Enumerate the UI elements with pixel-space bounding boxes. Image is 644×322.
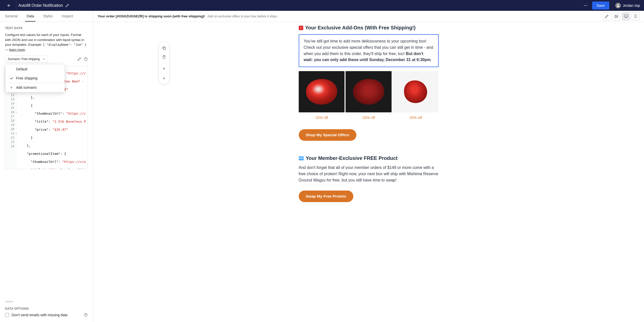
product-1[interactable]: 15% off bbox=[299, 71, 345, 120]
pencil-icon bbox=[77, 57, 81, 61]
selected-text-block[interactable]: You've still got time to add more delici… bbox=[299, 34, 439, 67]
dots-horizontal-icon bbox=[583, 3, 588, 8]
scenario-selector[interactable]: Scenario: Free shipping Default bbox=[5, 56, 48, 63]
pencil-icon bbox=[605, 14, 609, 18]
block-toolbar bbox=[159, 41, 170, 84]
back-button[interactable] bbox=[4, 1, 14, 11]
topbar: Autofill Order Notification Save Jordan … bbox=[0, 0, 644, 11]
user-name: Jordan Isip bbox=[623, 4, 640, 8]
discount-label: 15% off bbox=[346, 115, 392, 120]
avatar bbox=[615, 3, 621, 8]
edit-title-button[interactable] bbox=[65, 4, 69, 7]
sidebar: General Data Styles Inspect TEST DATA Co… bbox=[0, 11, 93, 322]
duplicate-block-button[interactable] bbox=[160, 44, 169, 52]
discount-label: 15% off bbox=[393, 115, 439, 120]
swap-protein-button[interactable]: Swap My Free Protein bbox=[299, 191, 353, 202]
topbar-divider bbox=[16, 0, 16, 11]
user-icon bbox=[616, 4, 620, 7]
email-body: ! Your Exclusive Add-Ons (With Free Ship… bbox=[299, 22, 439, 322]
pencil-icon bbox=[65, 4, 69, 7]
tab-styles[interactable]: Styles bbox=[42, 11, 54, 22]
chevron-down-icon bbox=[42, 58, 45, 61]
trash-icon bbox=[162, 55, 166, 59]
learn-more-link[interactable]: learn more bbox=[9, 48, 25, 52]
svg-rect-10 bbox=[163, 47, 166, 50]
scenario-help-button[interactable] bbox=[84, 57, 88, 61]
preview-area: Your order [#OSGZUGSEZR] is shipping soo… bbox=[93, 11, 644, 322]
free-product-body: And don't forget that all of your member… bbox=[299, 165, 439, 183]
move-up-button[interactable] bbox=[160, 65, 169, 73]
scenario-dropdown: Default Free shipping bbox=[5, 64, 65, 92]
arrow-left-icon bbox=[7, 3, 11, 8]
rotating-light-icon: ! bbox=[299, 26, 303, 30]
shop-offers-button[interactable]: Shop My Special Offers bbox=[299, 129, 356, 141]
data-options-heading: DATA OPTIONS bbox=[5, 307, 88, 310]
product-image bbox=[299, 71, 345, 112]
svg-point-3 bbox=[617, 4, 619, 6]
dont-send-label: Don't send emails with missing data bbox=[12, 313, 81, 317]
tab-data[interactable]: Data bbox=[25, 11, 36, 22]
tab-inspect[interactable]: Inspect bbox=[60, 11, 75, 22]
arrow-down-icon bbox=[162, 76, 166, 80]
test-data-description: Configure test values for each of your i… bbox=[5, 32, 88, 52]
svg-point-1 bbox=[585, 5, 586, 6]
dont-send-help[interactable] bbox=[84, 313, 88, 317]
scenario-selected-label: Scenario: Free shipping bbox=[8, 57, 40, 61]
sidebar-tabs: General Data Styles Inspect bbox=[0, 11, 93, 22]
product-image bbox=[393, 71, 439, 112]
save-button[interactable]: Save bbox=[592, 2, 609, 10]
product-2[interactable]: 15% off bbox=[346, 71, 392, 120]
help-icon bbox=[84, 57, 88, 61]
desktop-icon bbox=[624, 14, 628, 18]
free-badge-icon: FREE bbox=[299, 156, 304, 160]
copy-icon bbox=[162, 46, 166, 50]
preview-canvas[interactable]: ! Your Exclusive Add-Ons (With Free Ship… bbox=[93, 22, 644, 322]
mobile-icon bbox=[634, 14, 637, 18]
preview-preheader: Add on exclusive offers to your box befo… bbox=[208, 15, 278, 18]
scenario-option-default[interactable]: Default bbox=[6, 65, 64, 74]
products-row: 15% off 15% off 15% off bbox=[299, 71, 439, 120]
more-actions-button[interactable] bbox=[582, 2, 590, 10]
preview-header: Your order [#OSGZUGSEZR] is shipping soo… bbox=[93, 11, 644, 22]
free-product-heading: FREE Your Member-Exclusive FREE Product bbox=[299, 155, 439, 161]
dont-send-checkbox[interactable] bbox=[5, 313, 9, 317]
check-icon bbox=[10, 76, 13, 80]
product-image bbox=[346, 71, 392, 112]
image-icon bbox=[614, 14, 618, 18]
horizontal-scrollbar[interactable] bbox=[5, 301, 13, 302]
preview-subject: Your order [#OSGZUGSEZR] is shipping soo… bbox=[98, 14, 205, 18]
addons-heading: ! Your Exclusive Add-Ons (With Free Ship… bbox=[299, 25, 439, 31]
addons-body-text: You've still got time to add more delici… bbox=[304, 38, 434, 63]
preview-image-button[interactable] bbox=[612, 12, 620, 20]
page-title: Autofill Order Notification bbox=[18, 3, 63, 8]
edit-content-button[interactable] bbox=[603, 12, 611, 20]
edit-scenario-button[interactable] bbox=[77, 57, 81, 61]
delete-block-button[interactable] bbox=[160, 53, 169, 61]
user-menu[interactable]: Jordan Isip bbox=[615, 3, 640, 8]
help-icon bbox=[84, 313, 88, 317]
svg-point-7 bbox=[616, 16, 616, 16]
svg-point-2 bbox=[586, 5, 587, 6]
scenario-option-free-shipping[interactable]: Free shipping bbox=[6, 74, 64, 83]
arrow-up-icon bbox=[162, 67, 166, 71]
test-data-heading: TEST DATA bbox=[5, 26, 88, 30]
product-3[interactable]: 15% off bbox=[393, 71, 439, 120]
svg-rect-8 bbox=[624, 15, 628, 17]
move-down-button[interactable] bbox=[160, 74, 169, 82]
desktop-preview-button[interactable] bbox=[622, 12, 630, 20]
mobile-preview-button[interactable] bbox=[631, 12, 639, 20]
tab-general[interactable]: General bbox=[4, 11, 19, 22]
svg-point-0 bbox=[584, 5, 585, 6]
add-scenario-button[interactable]: Add scenario bbox=[6, 83, 64, 92]
discount-label: 15% off bbox=[299, 115, 345, 120]
plus-icon bbox=[10, 86, 13, 89]
